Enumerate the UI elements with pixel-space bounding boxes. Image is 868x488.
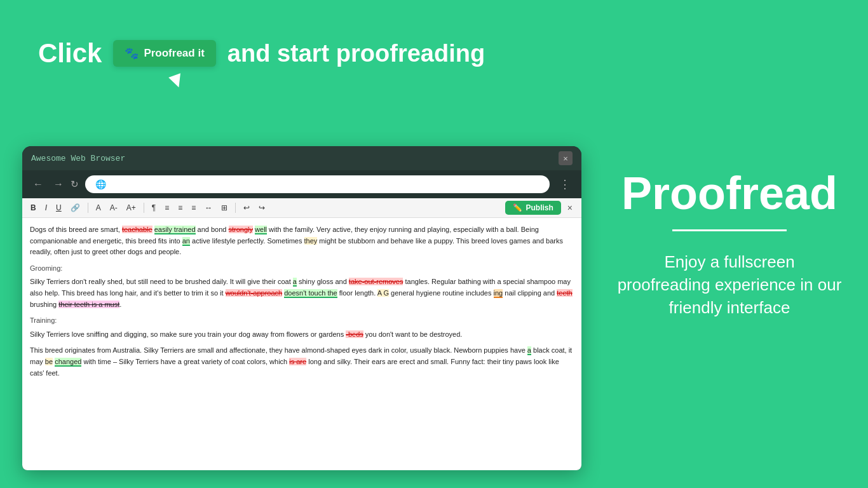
indent-button[interactable]: ↔ bbox=[201, 201, 215, 214]
editor-toolbar: B I U 🔗 A A- A+ ¶ ≡ ≡ ≡ ↔ ⊞ ↩ ↪ ✏️ bbox=[22, 198, 581, 218]
forward-button[interactable]: → bbox=[50, 177, 67, 191]
align-button[interactable]: ≡ bbox=[161, 201, 172, 214]
paragraph-3: Silky Terriers love sniffing and digging… bbox=[30, 329, 574, 341]
highlight-an: an bbox=[182, 237, 190, 246]
ordered-list-button[interactable]: ≡ bbox=[188, 201, 199, 214]
title-divider bbox=[672, 229, 787, 231]
globe-icon: 🌐 bbox=[95, 179, 106, 189]
highlight-teachable: teachable bbox=[122, 226, 153, 233]
paragraph-1: Dogs of this breed are smart, teachable … bbox=[30, 224, 574, 258]
highlight-changed: changed bbox=[55, 358, 81, 367]
separator-1 bbox=[88, 203, 88, 213]
highlight-a: a bbox=[293, 278, 297, 287]
highlight-wouldnt: wouldn't-approach bbox=[226, 289, 283, 297]
highlight-they: they bbox=[304, 237, 318, 245]
highlight-their-teeth: their teeth is a must bbox=[58, 301, 119, 308]
address-input[interactable] bbox=[111, 180, 539, 189]
browser-window: Awesome Web Browser × ← → ↻ 🌐 ⋮ B I U � bbox=[22, 146, 581, 470]
paragraph-2: Silky Terriers don't really shed, but st… bbox=[30, 276, 574, 310]
highlight-well: well bbox=[255, 226, 267, 234]
section-training: Training: bbox=[30, 315, 574, 327]
editor-content[interactable]: Dogs of this breed are smart, teachable … bbox=[22, 218, 581, 390]
publish-button[interactable]: ✏️ Publish bbox=[505, 201, 560, 215]
font-size-down-button[interactable]: A- bbox=[107, 201, 121, 214]
underline-button[interactable]: U bbox=[53, 201, 65, 214]
highlight-teeth: teeth bbox=[557, 289, 572, 297]
back-button[interactable]: ← bbox=[30, 177, 46, 191]
separator-2 bbox=[144, 203, 144, 213]
section-grooming: Grooming: bbox=[30, 263, 574, 274]
table-button[interactable]: ⊞ bbox=[218, 201, 231, 214]
btn-paw-icon: 🐾 bbox=[125, 46, 139, 60]
bold-button[interactable]: B bbox=[27, 201, 39, 214]
font-color-button[interactable]: A bbox=[93, 201, 104, 214]
right-section: Proofread Enjoy a fullscreen proofreadin… bbox=[591, 0, 868, 488]
browser-titlebar: Awesome Web Browser × bbox=[22, 146, 581, 170]
highlight-take-out: take-out-removes bbox=[349, 278, 403, 285]
italic-button[interactable]: I bbox=[42, 201, 50, 214]
highlight-strongly: strongly bbox=[229, 226, 254, 233]
highlight-a2: a bbox=[527, 346, 531, 355]
link-button[interactable]: 🔗 bbox=[67, 201, 83, 214]
browser-title: Awesome Web Browser bbox=[31, 154, 551, 163]
highlight-ag: A G bbox=[377, 289, 389, 297]
left-section: Click 🐾 Proofread it and start proofread… bbox=[0, 0, 591, 488]
header-row: Click 🐾 Proofread it and start proofread… bbox=[38, 38, 485, 69]
browser-nav: ← → ↻ 🌐 ⋮ bbox=[22, 170, 581, 198]
editor-close-button[interactable]: × bbox=[564, 201, 576, 214]
publish-label: Publish bbox=[526, 203, 553, 212]
click-label: Click bbox=[38, 38, 102, 69]
highlight-easily-trained: easily trained bbox=[154, 226, 196, 234]
list-button[interactable]: ≡ bbox=[175, 201, 186, 214]
proofread-title: Proofread bbox=[621, 168, 837, 219]
editor-area: B I U 🔗 A A- A+ ¶ ≡ ≡ ≡ ↔ ⊞ ↩ ↪ ✏️ bbox=[22, 198, 581, 470]
separator-3 bbox=[235, 203, 236, 213]
proofread-it-button[interactable]: 🐾 Proofread it bbox=[113, 40, 215, 67]
proofread-btn-label: Proofread it bbox=[144, 47, 204, 60]
proofread-description: Enjoy a fullscreen proofreading experien… bbox=[616, 250, 843, 320]
browser-menu-button[interactable]: ⋮ bbox=[556, 176, 574, 193]
undo-button[interactable]: ↩ bbox=[240, 201, 253, 214]
highlight-doesnt-touch: doesn't touch the bbox=[284, 289, 337, 298]
highlight-be: be bbox=[45, 358, 53, 365]
highlight-beds: -beds bbox=[346, 330, 363, 338]
redo-button[interactable]: ↪ bbox=[255, 201, 268, 214]
publish-icon: ✏️ bbox=[513, 203, 522, 212]
highlight-is-are: is are bbox=[289, 358, 306, 365]
font-size-up-button[interactable]: A+ bbox=[123, 201, 139, 214]
browser-close-button[interactable]: × bbox=[559, 151, 573, 165]
paragraph-4: This breed originates from Australia. Si… bbox=[30, 345, 574, 379]
highlight-ing: ing bbox=[494, 289, 503, 298]
address-bar[interactable]: 🌐 bbox=[85, 175, 550, 193]
and-start-text: and start proofreading bbox=[227, 40, 485, 67]
refresh-button[interactable]: ↻ bbox=[71, 177, 79, 191]
nav-arrows: ← → ↻ bbox=[30, 177, 79, 191]
cursor-arrow bbox=[168, 73, 185, 90]
paragraph-button[interactable]: ¶ bbox=[149, 201, 159, 214]
